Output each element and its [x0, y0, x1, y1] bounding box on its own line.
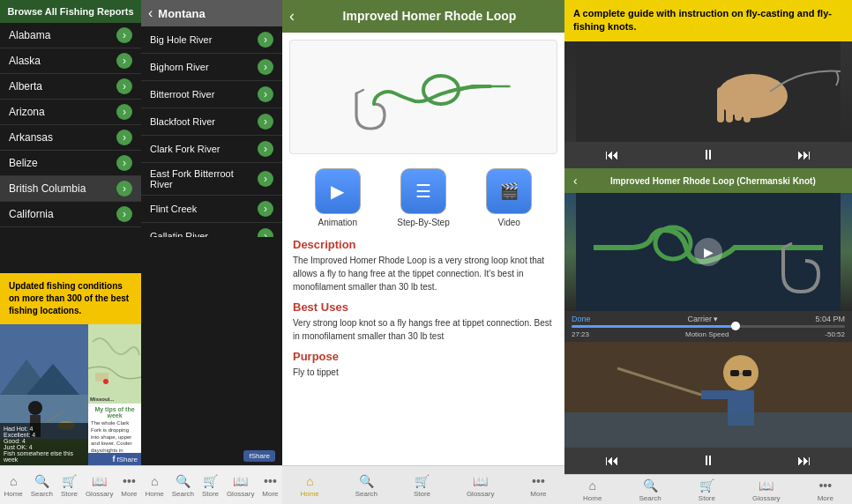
list-item[interactable]: Belize: [0, 151, 141, 176]
svg-point-10: [103, 379, 108, 384]
nav-item-glossary[interactable]: 📖 Glossary: [752, 478, 781, 502]
chevron-right-icon: [258, 141, 273, 157]
back-button[interactable]: ‹: [148, 5, 153, 21]
next-button2[interactable]: ⏭: [797, 453, 811, 469]
nav-label: Glossary: [752, 494, 781, 502]
nav-item-search[interactable]: 🔍 Search: [172, 474, 194, 498]
list-item[interactable]: British Columbia: [0, 176, 141, 202]
nav-item-search[interactable]: 🔍 Search: [639, 478, 661, 502]
svg-rect-17: [735, 78, 742, 121]
photo-overlay: Had Hot: 4Excellent: 4Good: 4Just OK: 4F…: [0, 423, 88, 465]
panel1-yellow-banner: Updated fishing conditions on more than …: [0, 273, 141, 324]
nav-item-glossary[interactable]: 📖 Glossary: [86, 474, 114, 498]
animation-icon-box: ▶: [315, 168, 361, 214]
share-label[interactable]: fShare: [116, 456, 138, 463]
nav-item-more[interactable]: ••• More: [121, 474, 137, 498]
search-icon: 🔍: [34, 474, 49, 488]
panel1-header-text: Browse All Fishing Reports: [7, 5, 134, 18]
list-item[interactable]: Alberta: [0, 74, 141, 100]
list-item[interactable]: Clark Fork River: [141, 136, 282, 163]
chevron-right-icon: [116, 78, 132, 94]
nav-item-more[interactable]: ••• More: [262, 474, 278, 498]
nav-item-more[interactable]: ••• More: [818, 478, 833, 502]
nav-label: Search: [639, 494, 661, 502]
nav-item-glossary[interactable]: 📖 Glossary: [467, 474, 495, 498]
done-button[interactable]: Done: [572, 315, 591, 323]
list-item[interactable]: Big Hole River: [141, 26, 282, 54]
nav-item-glossary[interactable]: 📖 Glossary: [227, 474, 255, 498]
chevron-right-icon: [116, 130, 132, 145]
best-uses-text: Very strong loop knot so a fly hangs fre…: [293, 316, 554, 343]
list-item[interactable]: Bighorn River: [141, 54, 282, 81]
nav-label: Glossary: [467, 490, 495, 498]
search-icon: 🔍: [359, 474, 374, 488]
nav-item-home[interactable]: ⌂ Home: [300, 474, 318, 498]
svg-rect-18: [744, 83, 751, 122]
list-item-label: Alaska: [9, 55, 41, 67]
nav-item-more[interactable]: ••• More: [530, 474, 546, 498]
chevron-right-icon: [116, 181, 132, 196]
pause-button2[interactable]: ⏸: [701, 453, 715, 469]
share-button[interactable]: fShare: [243, 450, 275, 462]
list-item[interactable]: Alaska: [0, 48, 141, 74]
nav-item-home[interactable]: ⌂ Home: [145, 474, 163, 498]
nav-label: Glossary: [227, 490, 255, 498]
list-item[interactable]: Arkansas: [0, 125, 141, 151]
svg-rect-8: [88, 324, 141, 404]
panel1-share-bar: f fShare: [88, 453, 141, 465]
nav-item-store[interactable]: 🛒 Store: [699, 478, 715, 502]
description-title: Description: [293, 238, 554, 251]
total-time: -50:52: [825, 330, 845, 338]
list-item[interactable]: Alabama: [0, 23, 141, 48]
pause-button[interactable]: ⏸: [701, 147, 715, 163]
animation-button[interactable]: ▶ Animation: [315, 168, 361, 227]
list-item[interactable]: Gallatin River: [141, 223, 282, 237]
nav-item-home[interactable]: ⌂ Home: [4, 474, 22, 498]
nav-item-search[interactable]: 🔍 Search: [355, 474, 377, 498]
list-item-label: Arkansas: [9, 131, 53, 144]
progress-fill: [572, 325, 736, 328]
nav-label: Home: [4, 490, 22, 498]
svg-rect-27: [701, 390, 728, 399]
panel1-list: Alabama Alaska Alberta Arizona Arkansas …: [0, 23, 141, 273]
list-item-label: Flint Creek: [150, 204, 197, 214]
progress-knob[interactable]: [731, 322, 740, 330]
home-icon: ⌂: [306, 474, 313, 488]
panel1-yellow-text: Updated fishing conditions on more than …: [9, 280, 132, 317]
step-by-step-button[interactable]: ☰ Step-By-Step: [397, 168, 449, 227]
back-button[interactable]: ‹: [289, 7, 295, 26]
svg-rect-24: [743, 370, 751, 376]
nav-item-store[interactable]: 🛒 Store: [202, 474, 219, 498]
chevron-right-icon: [258, 171, 273, 187]
progress-status: Done Carrier ▾ 5:04 PM: [572, 315, 845, 323]
nav-item-home[interactable]: ⌂ Home: [583, 478, 602, 502]
list-item[interactable]: East Fork Bitterroot River: [141, 163, 282, 196]
glossary-icon: 📖: [92, 474, 107, 488]
step-icon-box: ☰: [400, 168, 446, 214]
list-item[interactable]: Blackfoot River: [141, 108, 282, 136]
panel3-title: Improved Homer Rhode Loop: [302, 8, 557, 24]
nav-item-store[interactable]: 🛒 Store: [414, 474, 430, 498]
play-button[interactable]: ▶: [694, 238, 722, 266]
progress-times: 27:23 Motion Speed -50:52: [572, 330, 845, 338]
list-item[interactable]: California: [0, 202, 141, 227]
progress-bar[interactable]: [572, 325, 845, 328]
nav-label: More: [262, 490, 278, 498]
tips-text: The whole Clark Fork is dropping into sh…: [91, 420, 138, 453]
knot-back-button[interactable]: ‹: [573, 174, 578, 188]
prev-button2[interactable]: ⏮: [605, 453, 619, 469]
list-item[interactable]: Flint Creek: [141, 196, 282, 223]
list-item-label: Belize: [9, 157, 38, 169]
list-item[interactable]: Arizona: [0, 100, 141, 125]
nav-item-search[interactable]: 🔍 Search: [31, 474, 53, 498]
list-item[interactable]: Bitterroot River: [141, 81, 282, 108]
prev-button[interactable]: ⏮: [605, 147, 619, 163]
next-button[interactable]: ⏭: [797, 147, 811, 163]
list-item-label: East Fork Bitterroot River: [150, 168, 258, 189]
chevron-right-icon: [258, 59, 273, 75]
video-button[interactable]: 🎬 Video: [486, 168, 532, 227]
nav-label: More: [530, 490, 546, 498]
store-icon: 🛒: [415, 474, 430, 488]
panel1-bottom-nav: ⌂ Home 🔍 Search 🛒 Store 📖 Glossary ••• M…: [0, 465, 141, 504]
nav-item-store[interactable]: 🛒 Store: [61, 474, 78, 498]
